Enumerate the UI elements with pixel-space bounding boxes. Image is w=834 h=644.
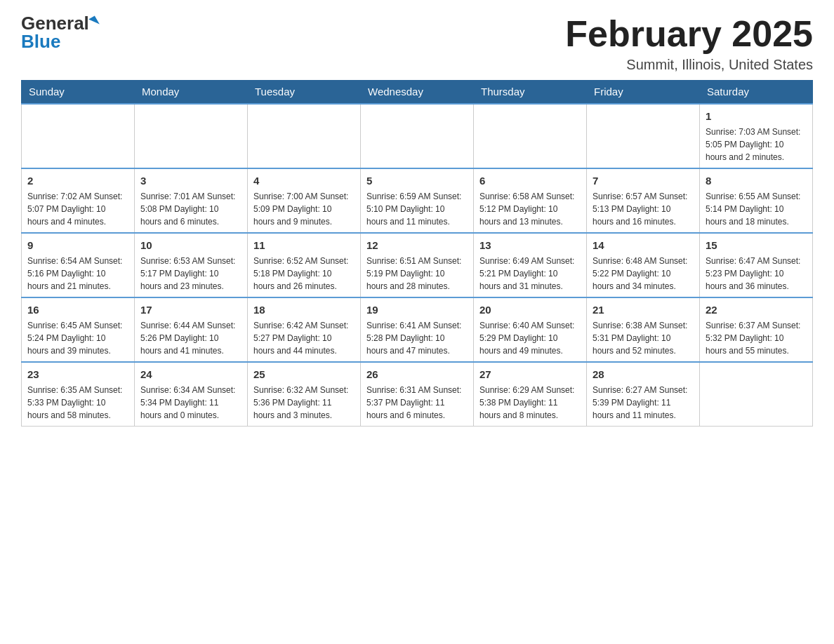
calendar-cell: 12Sunrise: 6:51 AM Sunset: 5:19 PM Dayli…: [361, 233, 474, 297]
day-info: Sunrise: 6:57 AM Sunset: 5:13 PM Dayligh…: [593, 190, 694, 228]
calendar-cell: 23Sunrise: 6:35 AM Sunset: 5:33 PM Dayli…: [22, 362, 135, 427]
logo: General Blue: [21, 14, 98, 51]
calendar-cell: 26Sunrise: 6:31 AM Sunset: 5:37 PM Dayli…: [361, 362, 474, 427]
calendar-cell: 28Sunrise: 6:27 AM Sunset: 5:39 PM Dayli…: [587, 362, 700, 427]
month-title: February 2025: [565, 14, 813, 54]
day-info: Sunrise: 6:55 AM Sunset: 5:14 PM Dayligh…: [706, 190, 807, 228]
calendar-cell: [587, 104, 700, 168]
day-number: 9: [27, 238, 128, 253]
day-header-sunday: Sunday: [22, 80, 135, 104]
page-header: General Blue February 2025 Summit, Illin…: [21, 14, 813, 73]
calendar-cell: 14Sunrise: 6:48 AM Sunset: 5:22 PM Dayli…: [587, 233, 700, 297]
calendar-cell: 3Sunrise: 7:01 AM Sunset: 5:08 PM Daylig…: [135, 168, 248, 233]
calendar-cell: 11Sunrise: 6:52 AM Sunset: 5:18 PM Dayli…: [248, 233, 361, 297]
day-info: Sunrise: 6:45 AM Sunset: 5:24 PM Dayligh…: [27, 319, 128, 357]
day-info: Sunrise: 6:31 AM Sunset: 5:37 PM Dayligh…: [366, 384, 468, 422]
calendar-cell: 13Sunrise: 6:49 AM Sunset: 5:21 PM Dayli…: [474, 233, 587, 297]
day-info: Sunrise: 6:32 AM Sunset: 5:36 PM Dayligh…: [253, 384, 355, 422]
calendar-cell: [700, 362, 813, 427]
day-header-thursday: Thursday: [474, 80, 587, 104]
calendar-cell: 10Sunrise: 6:53 AM Sunset: 5:17 PM Dayli…: [135, 233, 248, 297]
calendar-week-2: 2Sunrise: 7:02 AM Sunset: 5:07 PM Daylig…: [22, 168, 813, 233]
day-info: Sunrise: 6:34 AM Sunset: 5:34 PM Dayligh…: [140, 384, 241, 422]
day-header-friday: Friday: [587, 80, 700, 104]
calendar-week-4: 16Sunrise: 6:45 AM Sunset: 5:24 PM Dayli…: [22, 297, 813, 362]
day-info: Sunrise: 6:44 AM Sunset: 5:26 PM Dayligh…: [140, 319, 241, 357]
day-info: Sunrise: 6:53 AM Sunset: 5:17 PM Dayligh…: [140, 255, 241, 293]
calendar-cell: 2Sunrise: 7:02 AM Sunset: 5:07 PM Daylig…: [22, 168, 135, 233]
calendar-cell: 1Sunrise: 7:03 AM Sunset: 5:05 PM Daylig…: [700, 104, 813, 168]
calendar-week-5: 23Sunrise: 6:35 AM Sunset: 5:33 PM Dayli…: [22, 362, 813, 427]
calendar-week-1: 1Sunrise: 7:03 AM Sunset: 5:05 PM Daylig…: [22, 104, 813, 168]
calendar-cell: 6Sunrise: 6:58 AM Sunset: 5:12 PM Daylig…: [474, 168, 587, 233]
logo-arrow-icon: [88, 15, 100, 27]
day-info: Sunrise: 6:38 AM Sunset: 5:31 PM Dayligh…: [593, 319, 694, 357]
day-number: 28: [593, 367, 694, 382]
day-info: Sunrise: 6:27 AM Sunset: 5:39 PM Dayligh…: [593, 384, 694, 422]
day-info: Sunrise: 6:40 AM Sunset: 5:29 PM Dayligh…: [479, 319, 581, 357]
day-info: Sunrise: 6:51 AM Sunset: 5:19 PM Dayligh…: [366, 255, 468, 293]
day-number: 19: [366, 302, 468, 317]
day-info: Sunrise: 6:42 AM Sunset: 5:27 PM Dayligh…: [253, 319, 355, 357]
day-number: 8: [706, 173, 807, 188]
day-number: 1: [706, 109, 807, 123]
calendar-cell: [474, 104, 587, 168]
location-text: Summit, Illinois, United States: [565, 57, 813, 73]
day-number: 16: [27, 302, 128, 317]
day-number: 17: [140, 302, 241, 317]
day-number: 15: [706, 238, 807, 253]
day-number: 26: [366, 367, 468, 382]
day-info: Sunrise: 6:41 AM Sunset: 5:28 PM Dayligh…: [366, 319, 468, 357]
calendar-cell: [22, 104, 135, 168]
calendar-cell: 22Sunrise: 6:37 AM Sunset: 5:32 PM Dayli…: [700, 297, 813, 362]
calendar-week-3: 9Sunrise: 6:54 AM Sunset: 5:16 PM Daylig…: [22, 233, 813, 297]
day-info: Sunrise: 6:52 AM Sunset: 5:18 PM Dayligh…: [253, 255, 355, 293]
day-number: 22: [706, 302, 807, 317]
day-number: 27: [479, 367, 581, 382]
day-number: 25: [253, 367, 355, 382]
day-number: 21: [593, 302, 694, 317]
day-number: 10: [140, 238, 241, 253]
day-number: 5: [366, 173, 468, 188]
calendar-cell: 21Sunrise: 6:38 AM Sunset: 5:31 PM Dayli…: [587, 297, 700, 362]
calendar-cell: 18Sunrise: 6:42 AM Sunset: 5:27 PM Dayli…: [248, 297, 361, 362]
day-number: 23: [27, 367, 128, 382]
day-info: Sunrise: 7:00 AM Sunset: 5:09 PM Dayligh…: [253, 190, 355, 228]
day-info: Sunrise: 6:37 AM Sunset: 5:32 PM Dayligh…: [706, 319, 807, 357]
day-header-wednesday: Wednesday: [361, 80, 474, 104]
calendar-cell: 24Sunrise: 6:34 AM Sunset: 5:34 PM Dayli…: [135, 362, 248, 427]
calendar-cell: 4Sunrise: 7:00 AM Sunset: 5:09 PM Daylig…: [248, 168, 361, 233]
calendar-cell: 19Sunrise: 6:41 AM Sunset: 5:28 PM Dayli…: [361, 297, 474, 362]
calendar-cell: 5Sunrise: 6:59 AM Sunset: 5:10 PM Daylig…: [361, 168, 474, 233]
day-number: 14: [593, 238, 694, 253]
day-header-saturday: Saturday: [700, 80, 813, 104]
day-info: Sunrise: 6:49 AM Sunset: 5:21 PM Dayligh…: [479, 255, 581, 293]
title-section: February 2025 Summit, Illinois, United S…: [565, 14, 813, 73]
calendar-cell: 27Sunrise: 6:29 AM Sunset: 5:38 PM Dayli…: [474, 362, 587, 427]
logo-blue-text: Blue: [21, 32, 60, 51]
calendar-cell: 16Sunrise: 6:45 AM Sunset: 5:24 PM Dayli…: [22, 297, 135, 362]
calendar-cell: 20Sunrise: 6:40 AM Sunset: 5:29 PM Dayli…: [474, 297, 587, 362]
day-number: 24: [140, 367, 241, 382]
calendar-cell: 17Sunrise: 6:44 AM Sunset: 5:26 PM Dayli…: [135, 297, 248, 362]
day-info: Sunrise: 7:02 AM Sunset: 5:07 PM Dayligh…: [27, 190, 128, 228]
day-header-tuesday: Tuesday: [248, 80, 361, 104]
day-number: 18: [253, 302, 355, 317]
day-number: 4: [253, 173, 355, 188]
day-number: 6: [479, 173, 581, 188]
calendar-cell: 8Sunrise: 6:55 AM Sunset: 5:14 PM Daylig…: [700, 168, 813, 233]
day-number: 3: [140, 173, 241, 188]
day-info: Sunrise: 6:35 AM Sunset: 5:33 PM Dayligh…: [27, 384, 128, 422]
calendar-cell: [361, 104, 474, 168]
day-number: 13: [479, 238, 581, 253]
day-info: Sunrise: 6:58 AM Sunset: 5:12 PM Dayligh…: [479, 190, 581, 228]
day-info: Sunrise: 6:48 AM Sunset: 5:22 PM Dayligh…: [593, 255, 694, 293]
calendar-header-row: SundayMondayTuesdayWednesdayThursdayFrid…: [22, 80, 813, 104]
logo-general-text: General: [21, 14, 89, 32]
calendar-cell: 7Sunrise: 6:57 AM Sunset: 5:13 PM Daylig…: [587, 168, 700, 233]
calendar-cell: 15Sunrise: 6:47 AM Sunset: 5:23 PM Dayli…: [700, 233, 813, 297]
calendar-table: SundayMondayTuesdayWednesdayThursdayFrid…: [21, 80, 813, 427]
day-number: 2: [27, 173, 128, 188]
calendar-cell: [135, 104, 248, 168]
day-info: Sunrise: 6:29 AM Sunset: 5:38 PM Dayligh…: [479, 384, 581, 422]
